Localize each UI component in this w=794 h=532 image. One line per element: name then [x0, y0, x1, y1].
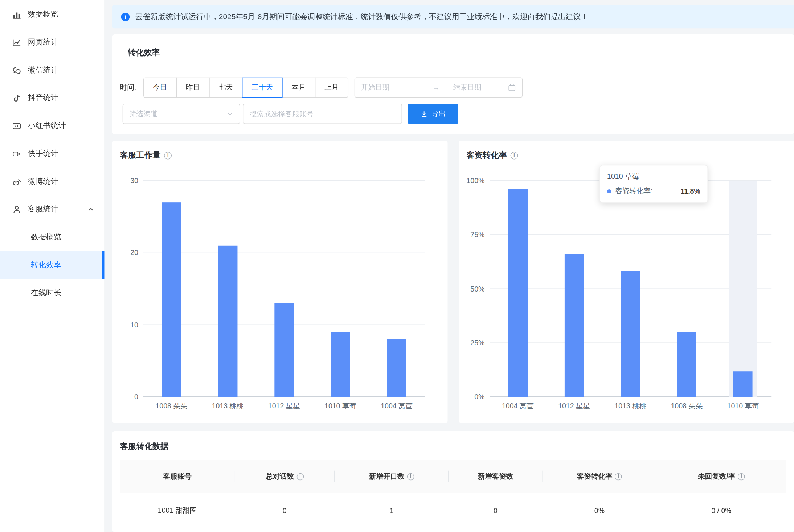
y-tick-label: 20 — [117, 248, 138, 257]
chart-bar[interactable] — [508, 189, 527, 397]
sidebar-item-label: 微博统计 — [28, 177, 58, 186]
info-icon[interactable] — [407, 473, 414, 480]
time-button-last-month[interactable]: 上月 — [315, 77, 348, 98]
chart-bar[interactable] — [331, 332, 350, 397]
column-header-label: 未回复数/率 — [698, 472, 735, 481]
calendar-icon — [508, 83, 516, 91]
sidebar-subitem-conversion-efficiency[interactable]: 转化效率 — [0, 251, 104, 279]
sidebar-item-weibo-stats[interactable]: 微博统计 — [0, 168, 104, 195]
info-icon[interactable] — [615, 473, 622, 480]
y-tick-label: 25% — [463, 338, 485, 347]
table-row: 1001 甜甜圈 0 1 0 0% 0 / 0% — [120, 493, 786, 528]
info-icon[interactable] — [296, 473, 304, 480]
info-icon[interactable] — [164, 152, 172, 159]
chart-bar[interactable] — [218, 246, 237, 397]
column-header-label: 新增开口数 — [369, 472, 405, 481]
sidebar-item-label: 网页统计 — [28, 37, 58, 47]
sidebar: 数据概览 网页统计 微信统计 抖音统计 小红书统计 — [0, 0, 105, 532]
table-title: 客服转化数据 — [120, 441, 786, 452]
chart-bar[interactable] — [274, 303, 294, 397]
column-header-label: 客资转化率 — [577, 472, 613, 481]
time-button-7days[interactable]: 七天 — [209, 77, 242, 98]
x-tick-label: 1010 草莓 — [715, 402, 771, 411]
column-header-account: 客服账号 — [120, 460, 235, 493]
time-button-30days[interactable]: 三十天 — [242, 77, 283, 98]
y-tick-label: 30 — [117, 176, 138, 185]
sidebar-item-wechat-stats[interactable]: 微信统计 — [0, 56, 104, 84]
sidebar-item-label: 快手统计 — [28, 149, 58, 158]
cell-new-openings: 1 — [335, 506, 449, 514]
time-button-yesterday[interactable]: 昨日 — [176, 77, 209, 98]
chart-bar[interactable] — [733, 371, 753, 397]
sidebar-item-label: 客服统计 — [28, 205, 58, 214]
info-icon[interactable] — [511, 152, 518, 159]
y-tick-label: 0% — [463, 392, 485, 401]
x-tick-label: 1004 莴苣 — [490, 402, 546, 411]
workload-chart-plot: 30 20 10 0 — [143, 181, 425, 397]
time-button-this-month[interactable]: 本月 — [282, 77, 315, 98]
cell-total-conversations: 0 — [235, 506, 335, 514]
sidebar-item-data-overview[interactable]: 数据概览 — [0, 0, 104, 28]
conversion-chart-card: 客资转化率 100% 75% 50% 25% 0% — [459, 141, 794, 423]
chart-bar[interactable] — [162, 202, 181, 397]
info-icon[interactable] — [738, 473, 745, 480]
line-chart-icon — [12, 38, 21, 47]
x-tick-label: 1013 桃桃 — [602, 402, 659, 411]
sidebar-subitem-online-duration[interactable]: 在线时长 — [0, 279, 104, 307]
channel-filter-select[interactable]: 筛选渠道 — [123, 104, 240, 124]
x-tick-label: 1008 朵朵 — [659, 402, 715, 411]
tooltip-series-label: 客资转化率: — [615, 187, 652, 196]
notice-banner: 云雀新版统计试运行中，2025年5月-8月期间可能会调整统计标准，统计数值仅供参… — [112, 5, 794, 28]
end-date-placeholder: 结束日期 — [446, 83, 508, 92]
hover-highlight-band — [729, 181, 757, 397]
tooltip-title: 1010 草莓 — [607, 172, 700, 181]
chart-bar[interactable] — [387, 339, 406, 397]
chart-bar[interactable] — [621, 271, 640, 397]
y-tick-label: 100% — [463, 176, 485, 185]
service-person-icon — [12, 205, 21, 214]
sidebar-item-xiaohongshu-stats[interactable]: 小红书统计 — [0, 112, 104, 140]
cell-account: 1001 甜甜圈 — [120, 506, 235, 515]
sidebar-item-label: 小红书统计 — [28, 121, 66, 131]
sidebar-item-label: 数据概览 — [28, 10, 58, 20]
sidebar-item-web-stats[interactable]: 网页统计 — [0, 28, 104, 56]
search-input[interactable] — [243, 104, 402, 124]
sidebar-item-label: 微信统计 — [28, 65, 58, 75]
tooltip-series-dot — [607, 189, 611, 193]
sidebar-subitem-data-overview[interactable]: 数据概览 — [0, 223, 104, 251]
x-tick-label: 1004 莴苣 — [369, 402, 425, 411]
conversion-chart-plot: 100% 75% 50% 25% 0% — [490, 181, 771, 397]
sidebar-subitem-label: 转化效率 — [31, 260, 61, 270]
xiaohongshu-icon — [12, 121, 21, 130]
column-header-label: 总对话数 — [266, 472, 294, 481]
app-root: 数据概览 网页统计 微信统计 抖音统计 小红书统计 — [0, 0, 794, 532]
date-range-picker[interactable]: 开始日期 → 结束日期 — [355, 77, 523, 98]
cell-conversion-rate: 0% — [543, 506, 656, 514]
bar-chart-icon — [12, 10, 21, 19]
sidebar-item-douyin-stats[interactable]: 抖音统计 — [0, 84, 104, 112]
tooltip-value: 11.8% — [681, 187, 700, 195]
sidebar-item-kuaishou-stats[interactable]: 快手统计 — [0, 140, 104, 168]
y-tick-label: 50% — [463, 284, 485, 293]
time-button-today[interactable]: 今日 — [143, 77, 177, 98]
kuaishou-icon — [12, 149, 21, 158]
weibo-icon — [12, 177, 21, 186]
column-header-new-leads: 新增客资数 — [449, 460, 543, 493]
x-tick-label: 1012 星星 — [546, 402, 602, 411]
time-filter-label: 时间: — [120, 83, 136, 92]
workload-chart-title: 客服工作量 — [120, 150, 161, 161]
column-header-new-openings: 新增开口数 — [335, 460, 449, 493]
filter-card: 转化效率 时间: 今日 昨日 七天 三十天 本月 上月 开始日期 → 结束日期 — [112, 34, 794, 134]
conversion-chart-title: 客资转化率 — [466, 150, 507, 161]
time-button-group: 今日 昨日 七天 三十天 本月 上月 — [143, 77, 348, 98]
chart-bar[interactable] — [677, 332, 696, 397]
chart-tooltip: 1010 草莓 客资转化率: 11.8% — [599, 165, 708, 203]
export-button[interactable]: 导出 — [408, 104, 458, 124]
sidebar-item-service-stats[interactable]: 客服统计 — [0, 195, 104, 223]
y-tick-label: 0 — [117, 392, 138, 401]
column-header-conversion-rate: 客资转化率 — [543, 460, 656, 493]
page-title: 转化效率 — [112, 34, 794, 58]
chevron-up-icon — [87, 206, 94, 213]
table-header-row: 客服账号 总对话数 新增开口数 新增客资数 客资转化率 — [120, 460, 786, 493]
chart-bar[interactable] — [565, 254, 584, 397]
